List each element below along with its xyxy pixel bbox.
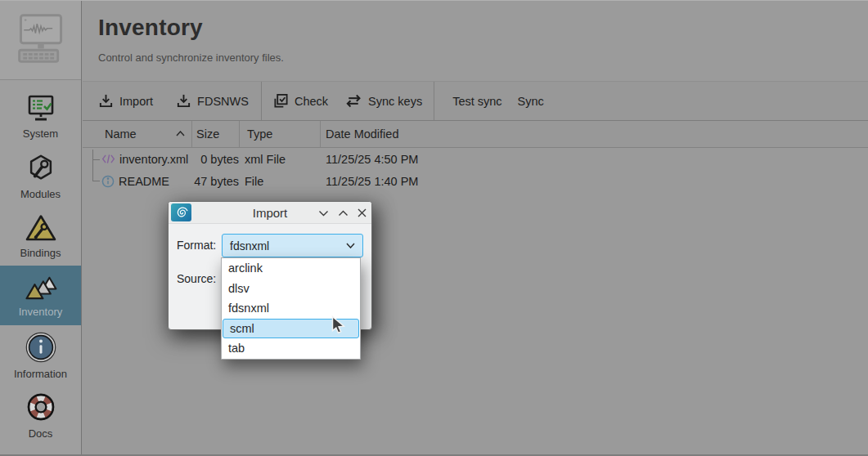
column-label: Name bbox=[105, 127, 137, 141]
file-type: File bbox=[240, 170, 321, 192]
table-row-inventory-xml[interactable]: inventory.xml 0 bytes xml File 11/25/25 … bbox=[83, 148, 868, 170]
test-sync-button[interactable]: Test sync bbox=[452, 95, 501, 108]
source-label: Source: bbox=[177, 272, 216, 285]
format-label: Format: bbox=[177, 239, 216, 252]
sync-button-label: Sync bbox=[518, 95, 544, 108]
check-button[interactable]: Check bbox=[273, 93, 328, 109]
format-combobox[interactable]: fdsnxml bbox=[222, 234, 363, 257]
dropdown-option-scml[interactable]: scml bbox=[223, 319, 359, 339]
app-logo bbox=[0, 1, 81, 80]
sidebar: System Modules Bindings bbox=[0, 1, 82, 456]
dropdown-option-tab[interactable]: tab bbox=[222, 338, 360, 359]
file-size: 0 bytes bbox=[192, 148, 240, 170]
dropdown-option-dlsv[interactable]: dlsv bbox=[222, 279, 360, 299]
sidebar-item-label: Bindings bbox=[20, 247, 61, 259]
sidebar-nav: System Modules Bindings bbox=[0, 80, 81, 445]
sync-keys-button[interactable]: Sync keys bbox=[344, 94, 422, 108]
check-button-label: Check bbox=[295, 95, 328, 108]
info-circle-icon bbox=[101, 175, 115, 188]
tree-line bbox=[92, 159, 100, 160]
toolbar-separator bbox=[434, 82, 434, 120]
tree-line bbox=[92, 181, 100, 181]
dropdown-option-fdsnxml[interactable]: fdsnxml bbox=[222, 298, 360, 319]
column-label: Type bbox=[247, 127, 272, 141]
maximize-icon[interactable] bbox=[338, 210, 349, 217]
test-sync-button-label: Test sync bbox=[452, 95, 501, 108]
page-subtitle: Control and synchronize inventory files. bbox=[98, 51, 868, 64]
sidebar-item-system[interactable]: System bbox=[0, 87, 81, 146]
download-icon bbox=[98, 93, 114, 109]
sidebar-item-label: Modules bbox=[20, 188, 61, 200]
dropdown-option-arclink[interactable]: arclink bbox=[222, 258, 360, 279]
inventory-mountains-icon bbox=[23, 274, 59, 302]
sync-keys-button-label: Sync keys bbox=[368, 95, 422, 108]
tree-line bbox=[92, 150, 93, 181]
fdsnws-button[interactable]: FDSNWS bbox=[176, 93, 249, 109]
close-icon[interactable] bbox=[358, 208, 367, 217]
xml-code-icon bbox=[101, 154, 115, 164]
sidebar-item-label: Inventory bbox=[19, 306, 62, 318]
minimize-icon[interactable] bbox=[318, 210, 329, 217]
window-controls bbox=[318, 202, 367, 224]
chevron-down-icon bbox=[346, 243, 355, 248]
page-header: Inventory Control and synchronize invent… bbox=[83, 1, 868, 81]
column-header-name[interactable]: Name bbox=[83, 121, 192, 147]
column-label: Size bbox=[196, 127, 219, 141]
file-size: 47 bytes bbox=[192, 170, 240, 192]
check-box-icon bbox=[273, 93, 289, 109]
file-date-modified: 11/25/25 4:50 PM bbox=[321, 148, 868, 170]
import-button-label: Import bbox=[119, 95, 153, 108]
dialog-titlebar[interactable]: Import bbox=[169, 202, 371, 224]
download-icon bbox=[176, 93, 191, 109]
scconfig-window: System Modules Bindings bbox=[0, 0, 868, 456]
inventory-file-table: Name Size Type Date Modified inventory.x… bbox=[83, 121, 868, 192]
fdsnws-button-label: FDSNWS bbox=[197, 95, 249, 108]
bindings-warning-wrench-icon bbox=[25, 213, 57, 243]
column-header-size[interactable]: Size bbox=[192, 121, 240, 147]
module-hexagon-wrench-icon bbox=[25, 153, 57, 184]
sidebar-item-docs[interactable]: Docs bbox=[0, 385, 81, 445]
sort-ascending-icon bbox=[176, 131, 185, 136]
seismometer-computer-logo-icon bbox=[14, 11, 68, 69]
system-monitor-icon bbox=[25, 94, 57, 123]
column-label: Date Modified bbox=[326, 127, 398, 141]
toolbar: Import FDSNWS Check Sync keys bbox=[83, 81, 868, 121]
docs-lifebuoy-icon bbox=[25, 391, 57, 423]
sidebar-item-bindings[interactable]: Bindings bbox=[0, 206, 81, 266]
import-button[interactable]: Import bbox=[98, 93, 153, 109]
sidebar-item-modules[interactable]: Modules bbox=[0, 146, 81, 206]
file-date-modified: 11/25/25 1:40 PM bbox=[321, 170, 868, 192]
format-dropdown-list: arclink dlsv fdsnxml scml tab bbox=[221, 257, 361, 360]
sync-button[interactable]: Sync bbox=[518, 95, 544, 108]
file-type: xml File bbox=[240, 148, 321, 170]
information-circle-icon bbox=[25, 331, 57, 364]
column-header-type[interactable]: Type bbox=[240, 121, 321, 147]
table-header-row: Name Size Type Date Modified bbox=[83, 121, 868, 148]
sync-arrows-icon bbox=[344, 94, 362, 108]
sidebar-item-label: Information bbox=[14, 368, 67, 380]
column-header-date-modified[interactable]: Date Modified bbox=[321, 121, 868, 147]
toolbar-separator bbox=[261, 82, 262, 120]
sidebar-item-information[interactable]: Information bbox=[0, 325, 81, 385]
sidebar-item-label: Docs bbox=[29, 427, 53, 440]
sidebar-item-label: System bbox=[23, 127, 58, 140]
table-row-readme[interactable]: README 47 bytes File 11/25/25 1:40 PM bbox=[83, 170, 868, 192]
page-title: Inventory bbox=[98, 15, 868, 41]
sidebar-item-inventory[interactable]: Inventory bbox=[0, 266, 81, 325]
format-combobox-value: fdsnxml bbox=[230, 239, 269, 253]
file-name: inventory.xml bbox=[119, 153, 188, 166]
file-name: README bbox=[119, 175, 169, 188]
